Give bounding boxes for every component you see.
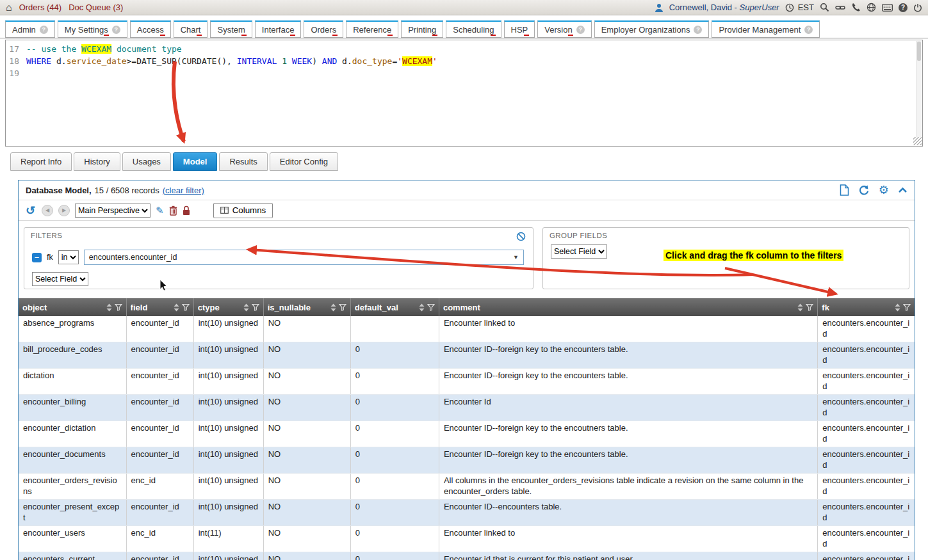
table-row[interactable]: encounter_present_exceptencounter_idint(… [19, 500, 915, 526]
lock-icon[interactable] [183, 205, 190, 216]
new-doc-icon[interactable] [840, 184, 849, 196]
refresh-icon[interactable] [858, 185, 870, 196]
column-header-content: default_val [355, 303, 435, 312]
table-row[interactable]: absence_programsencounter_idint(10) unsi… [19, 316, 915, 342]
history-back-icon[interactable]: ◀ [42, 205, 53, 216]
sort-icon[interactable] [419, 303, 425, 312]
link-icon[interactable] [835, 3, 845, 12]
sort-icon[interactable] [106, 303, 112, 312]
filter-operator-select[interactable]: in [58, 250, 79, 264]
help-badge-icon[interactable]: ? [694, 26, 702, 34]
dropdown-caret-icon[interactable]: ▼ [513, 254, 519, 260]
nav-tab-admin[interactable]: Admin? [5, 20, 55, 38]
column-header-fk[interactable]: fk [818, 298, 915, 316]
nav-tab-system[interactable]: System [210, 20, 252, 38]
filter-icon[interactable] [339, 303, 346, 311]
table-row[interactable]: encounter_usersenc_idint(11)NO0Encounter… [19, 526, 915, 552]
cell-field: enc_id [126, 526, 193, 552]
table-row[interactable]: encounter_orders_revisionsenc_idint(10) … [19, 474, 915, 500]
help-badge-icon[interactable]: ? [112, 26, 120, 34]
view-tab-history[interactable]: History [74, 152, 120, 171]
modified-mark [290, 35, 295, 36]
view-tab-editor-config[interactable]: Editor Config [270, 152, 338, 171]
column-header-default-val[interactable]: default_val [350, 298, 439, 316]
filter-icon[interactable] [252, 303, 259, 311]
column-header-is-nullable[interactable]: is_nullable [263, 298, 350, 316]
sort-icon[interactable] [174, 303, 179, 312]
keyboard-icon[interactable] [882, 4, 893, 12]
remove-filter-icon[interactable]: − [32, 253, 42, 262]
cell-fk: encounters.encounter_id [818, 395, 915, 421]
view-tab-results[interactable]: Results [219, 152, 267, 171]
sort-icon[interactable] [243, 303, 249, 312]
clear-filters-icon[interactable] [516, 232, 526, 241]
sort-icon[interactable] [895, 303, 900, 312]
editor-scrollbar[interactable] [916, 41, 922, 137]
power-icon[interactable] [913, 3, 922, 12]
nav-tab-hsp[interactable]: HSP [504, 20, 535, 38]
gear-icon[interactable]: ⚙ [879, 184, 889, 196]
table-row[interactable]: encounter_dictationencounter_idint(10) u… [19, 421, 915, 447]
view-tab-usages[interactable]: Usages [122, 152, 171, 171]
clock-icon[interactable] [785, 3, 794, 12]
sort-icon[interactable] [797, 303, 803, 312]
undo-icon[interactable]: ↺ [26, 205, 35, 216]
nav-tab-printing[interactable]: Printing [401, 20, 443, 38]
search-icon[interactable] [820, 3, 829, 12]
help-badge-icon[interactable]: ? [40, 26, 48, 34]
table-row[interactable]: encounter_billingencounter_idint(10) uns… [19, 395, 915, 421]
table-row[interactable]: bill_procedure_codesencounter_idint(10) … [19, 342, 915, 369]
filter-icon[interactable] [427, 303, 435, 311]
resize-grip-icon[interactable] [913, 137, 922, 145]
help-badge-icon[interactable]: ? [804, 26, 813, 34]
collapse-icon[interactable] [898, 187, 908, 193]
history-forward-icon[interactable]: ▶ [58, 205, 70, 216]
scrollbar-thumb[interactable] [917, 42, 921, 61]
view-tab-report-info[interactable]: Report Info [10, 152, 72, 171]
table-row[interactable]: encounter_documentsencounter_idint(10) u… [19, 447, 915, 474]
nav-tab-chart[interactable]: Chart [174, 20, 208, 38]
column-header-object[interactable]: object [19, 298, 126, 316]
column-header-comment[interactable]: comment [439, 298, 817, 316]
help-badge-icon[interactable]: ? [576, 26, 585, 34]
model-toolbar: ↺ ◀ ▶ Main Perspective ✎ Columns [19, 200, 915, 221]
cell-comment: Encounter ID--foreign key to the encount… [439, 447, 817, 474]
delete-icon[interactable] [169, 205, 177, 216]
globe-icon[interactable] [867, 3, 876, 12]
table-row[interactable]: dictationencounter_idint(10) unsignedNO0… [19, 369, 915, 395]
filter-icon[interactable] [182, 303, 190, 311]
edit-icon[interactable]: ✎ [156, 205, 164, 216]
nav-tab-interface[interactable]: Interface [255, 20, 302, 38]
main-nav: Admin?My Settings?AccessChartSystemInter… [0, 15, 928, 38]
nav-tab-orders[interactable]: Orders [304, 20, 343, 38]
nav-tab-label: Provider Management [719, 25, 801, 35]
nav-tab-provider-management[interactable]: Provider Management? [712, 20, 820, 38]
help-icon[interactable]: ? [899, 3, 908, 12]
nav-tab-my-settings[interactable]: My Settings? [58, 20, 127, 38]
nav-tab-employer-organizations[interactable]: Employer Organizations? [594, 20, 710, 38]
filter-icon[interactable] [806, 303, 813, 311]
filter-icon[interactable] [115, 303, 122, 311]
orders-link[interactable]: Orders (44) [19, 3, 61, 12]
view-tab-model[interactable]: Model [173, 152, 218, 171]
filter-icon[interactable] [903, 303, 911, 311]
column-header-ctype[interactable]: ctype [193, 298, 263, 316]
filter-value-combobox[interactable]: encounters.encounter_id ▼ [84, 250, 524, 265]
columns-button[interactable]: Columns [213, 203, 273, 218]
phone-icon[interactable] [851, 3, 861, 12]
sql-editor[interactable]: 17-- use the WCEXAM document type18WHERE… [5, 40, 923, 147]
add-filter-row: Select Field [32, 272, 88, 286]
nav-tab-access[interactable]: Access [130, 20, 171, 38]
home-icon[interactable]: ⌂ [6, 3, 12, 13]
add-filter-field-select[interactable]: Select Field [32, 272, 88, 286]
nav-tab-reference[interactable]: Reference [346, 20, 398, 38]
table-row[interactable]: encounters_currentencounter_idint(10) un… [19, 552, 915, 560]
clear-filter-link[interactable]: (clear filter) [163, 186, 204, 195]
column-header-field[interactable]: field [126, 298, 193, 316]
doc-queue-link[interactable]: Doc Queue (3) [69, 3, 123, 12]
sort-icon[interactable] [330, 303, 336, 312]
nav-tab-version[interactable]: Version? [537, 20, 591, 38]
group-field-select[interactable]: Select Field [551, 244, 607, 259]
nav-tab-scheduling[interactable]: Scheduling [446, 20, 501, 38]
perspective-select[interactable]: Main Perspective [75, 204, 151, 218]
